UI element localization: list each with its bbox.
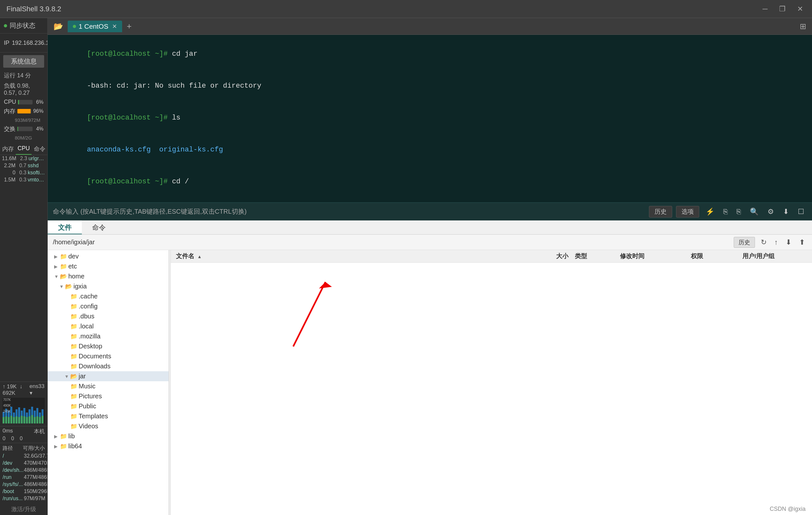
cpu-bar [18, 100, 19, 105]
tree-item-public[interactable]: 📁 Public [48, 401, 169, 411]
add-tab-button[interactable]: + [124, 21, 134, 31]
folder-icon: 📁 [70, 293, 77, 300]
memory-value: 96% [33, 108, 44, 114]
ip-label: IP [4, 40, 9, 47]
grid-view-button[interactable]: ⊞ [797, 21, 809, 32]
folder-icon: 📁 [70, 323, 77, 330]
session-tab-close[interactable]: ✕ [112, 23, 117, 30]
tree-item-documents[interactable]: 📁 Documents [48, 351, 169, 361]
tree-item-videos[interactable]: 📁 Videos [48, 421, 169, 431]
options-button[interactable]: 选项 [676, 206, 699, 218]
refresh-icon[interactable]: ↻ [759, 237, 768, 247]
tree-item-etc[interactable]: ▶ 📁 etc [48, 261, 169, 271]
folder-icon: 📁 [60, 443, 67, 450]
folder-icon: 📁 [60, 263, 67, 270]
col-size[interactable]: 大小 [536, 252, 575, 260]
tree-item-config[interactable]: 📁 .config [48, 301, 169, 311]
download-icon[interactable]: ⬇ [780, 207, 791, 217]
tree-item-lib64[interactable]: ▶ 📁 lib64 [48, 441, 169, 451]
col-permissions[interactable]: 权限 [691, 252, 743, 260]
settings-icon[interactable]: ⚙ [765, 207, 777, 217]
svg-line-35 [293, 282, 325, 346]
up-dir-icon[interactable]: ↑ [772, 237, 780, 247]
command-input[interactable] [251, 207, 645, 216]
tab-bar: 📂 1 CentOS ✕ + ⊞ [48, 18, 812, 35]
tree-item-label: etc [68, 263, 77, 270]
tree-item-dbus[interactable]: 📁 .dbus [48, 311, 169, 321]
tab-command[interactable]: 命令 [32, 144, 47, 155]
process-row: 11.6M 2.3 urlgrabbe. [0, 155, 47, 162]
disk-col-path: 路径 [3, 445, 13, 452]
tree-item-local[interactable]: 📁 .local [48, 321, 169, 331]
tree-item-label: Public [79, 403, 96, 410]
tab-cpu[interactable]: CPU [16, 144, 32, 155]
terminal-line: anaconda-ks.cfg original-ks.cfg [53, 134, 807, 166]
folder-icon[interactable]: 📂 [51, 21, 66, 32]
lightning-icon[interactable]: ⚡ [703, 207, 717, 217]
activate-button[interactable]: 激活/升级 [0, 504, 47, 515]
network-interface[interactable]: ens33 ▾ [30, 383, 45, 396]
folder-icon: 📁 [60, 433, 67, 440]
svg-rect-26 [29, 417, 31, 424]
col-user[interactable]: 用户/用户组 [743, 252, 807, 260]
svg-rect-16 [3, 417, 4, 424]
swap-bar [18, 127, 18, 131]
tree-item-label: Downloads [79, 363, 111, 370]
system-info-button[interactable]: 系统信息 [3, 55, 44, 68]
memory-bar-container [18, 109, 31, 113]
sync-dot [4, 24, 7, 27]
disk-col-size: 可用/大小 [15, 445, 45, 452]
tree-item-lib[interactable]: ▶ 📁 lib [48, 431, 169, 441]
tree-item-mozilla[interactable]: 📁 .mozilla [48, 331, 169, 341]
minimize-button[interactable]: ─ [760, 4, 770, 15]
disk-row: /sys/fs/... 486M/486M [0, 481, 47, 488]
tab-memory[interactable]: 内存 [0, 144, 16, 155]
folder-open-icon: 📂 [70, 373, 77, 380]
tree-item-music[interactable]: 📁 Music [48, 381, 169, 391]
file-content-area: ▶ 📁 dev ▶ 📁 etc ▼ 📂 home [48, 250, 812, 515]
terminal-output[interactable]: [root@localhost ~]# cd jar -bash: cd: ja… [48, 35, 812, 202]
tree-item-home[interactable]: ▼ 📂 home [48, 271, 169, 281]
col-type[interactable]: 类型 [575, 252, 620, 260]
col-mtime[interactable]: 修改时间 [620, 252, 691, 260]
copy1-icon[interactable]: ⎘ [721, 207, 730, 217]
tree-item-downloads[interactable]: 📁 Downloads [48, 361, 169, 371]
tree-item-igxia[interactable]: ▼ 📂 igxia [48, 281, 169, 291]
search-icon[interactable]: 🔍 [747, 207, 761, 217]
file-path-bar: /home/igxia/jar 历史 ↻ ↑ ⬇ ⬆ [48, 235, 812, 250]
fullscreen-icon[interactable]: ☐ [795, 207, 807, 217]
folder-icon: 📁 [70, 393, 77, 400]
copy2-icon[interactable]: ⎘ [734, 207, 743, 217]
close-button[interactable]: ✕ [794, 4, 806, 15]
right-panel: 📂 1 CentOS ✕ + ⊞ [root@localhost ~]# cd … [48, 18, 812, 515]
tree-item-templates[interactable]: 📁 Templates [48, 411, 169, 421]
download-file-icon[interactable]: ⬇ [784, 237, 793, 247]
tab-command-2[interactable]: 命令 [82, 221, 116, 234]
process-row: 2.2M 0.7 sshd [0, 162, 47, 169]
session-tab[interactable]: 1 CentOS ✕ [68, 21, 122, 32]
svg-rect-24 [23, 417, 25, 424]
tree-item-desktop[interactable]: 📁 Desktop [48, 341, 169, 351]
watermark: CSDN @igxia [770, 506, 806, 512]
tab-file[interactable]: 文件 [48, 221, 82, 234]
tree-item-pictures[interactable]: 📁 Pictures [48, 391, 169, 401]
restore-button[interactable]: ❐ [777, 4, 788, 15]
file-list-header: 文件名 ▲ 大小 类型 修改时间 权限 用户/用户组 [171, 250, 812, 263]
tree-item-jar[interactable]: ▼ 📂 jar [48, 371, 169, 381]
path-history-button[interactable]: 历史 [734, 237, 755, 248]
folder-icon: 📁 [70, 423, 77, 430]
folder-icon: 📁 [70, 413, 77, 420]
upload-file-icon[interactable]: ⬆ [797, 237, 807, 247]
sidebar-tabs: 内存 CPU 命令 [0, 144, 47, 155]
latency-value: 0ms [3, 428, 13, 435]
terminal-line: [root@localhost ~]# ls [53, 102, 807, 134]
svg-text:490K: 490K [3, 404, 11, 407]
col-filename[interactable]: 文件名 ▲ [176, 252, 536, 260]
memory-bar [18, 109, 31, 113]
tree-item-dev[interactable]: ▶ 📁 dev [48, 251, 169, 261]
tree-item-cache[interactable]: 📁 .cache [48, 291, 169, 301]
history-button[interactable]: 历史 [649, 206, 672, 218]
svg-rect-22 [18, 417, 20, 424]
file-tree[interactable]: ▶ 📁 dev ▶ 📁 etc ▼ 📂 home [48, 250, 169, 515]
file-browser: /home/igxia/jar 历史 ↻ ↑ ⬇ ⬆ ▶ 📁 dev ▶ [48, 235, 812, 515]
